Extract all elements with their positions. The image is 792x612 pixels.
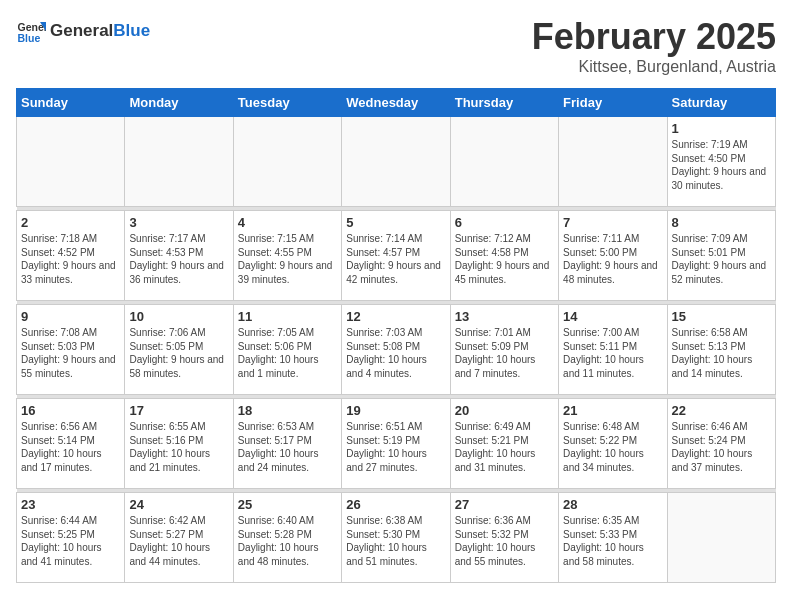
day-number: 26 <box>346 497 445 512</box>
page-header: General Blue GeneralBlue February 2025 K… <box>16 16 776 76</box>
header-friday: Friday <box>559 89 667 117</box>
calendar-cell: 6Sunrise: 7:12 AM Sunset: 4:58 PM Daylig… <box>450 211 558 301</box>
week-row-2: 9Sunrise: 7:08 AM Sunset: 5:03 PM Daylig… <box>17 305 776 395</box>
week-row-3: 16Sunrise: 6:56 AM Sunset: 5:14 PM Dayli… <box>17 399 776 489</box>
cell-info: Sunrise: 7:14 AM Sunset: 4:57 PM Dayligh… <box>346 232 445 286</box>
cell-info: Sunrise: 7:15 AM Sunset: 4:55 PM Dayligh… <box>238 232 337 286</box>
calendar-cell: 12Sunrise: 7:03 AM Sunset: 5:08 PM Dayli… <box>342 305 450 395</box>
calendar-cell: 24Sunrise: 6:42 AM Sunset: 5:27 PM Dayli… <box>125 493 233 583</box>
day-number: 7 <box>563 215 662 230</box>
cell-info: Sunrise: 6:56 AM Sunset: 5:14 PM Dayligh… <box>21 420 120 474</box>
cell-info: Sunrise: 6:48 AM Sunset: 5:22 PM Dayligh… <box>563 420 662 474</box>
cell-info: Sunrise: 6:36 AM Sunset: 5:32 PM Dayligh… <box>455 514 554 568</box>
week-row-1: 2Sunrise: 7:18 AM Sunset: 4:52 PM Daylig… <box>17 211 776 301</box>
day-number: 20 <box>455 403 554 418</box>
day-number: 15 <box>672 309 771 324</box>
day-number: 24 <box>129 497 228 512</box>
day-number: 9 <box>21 309 120 324</box>
calendar-cell: 1Sunrise: 7:19 AM Sunset: 4:50 PM Daylig… <box>667 117 775 207</box>
main-title: February 2025 <box>532 16 776 58</box>
cell-info: Sunrise: 6:40 AM Sunset: 5:28 PM Dayligh… <box>238 514 337 568</box>
calendar-cell: 5Sunrise: 7:14 AM Sunset: 4:57 PM Daylig… <box>342 211 450 301</box>
calendar-cell <box>667 493 775 583</box>
calendar-cell: 14Sunrise: 7:00 AM Sunset: 5:11 PM Dayli… <box>559 305 667 395</box>
cell-info: Sunrise: 6:42 AM Sunset: 5:27 PM Dayligh… <box>129 514 228 568</box>
header-tuesday: Tuesday <box>233 89 341 117</box>
calendar-cell: 11Sunrise: 7:05 AM Sunset: 5:06 PM Dayli… <box>233 305 341 395</box>
cell-info: Sunrise: 6:49 AM Sunset: 5:21 PM Dayligh… <box>455 420 554 474</box>
cell-info: Sunrise: 6:55 AM Sunset: 5:16 PM Dayligh… <box>129 420 228 474</box>
day-number: 12 <box>346 309 445 324</box>
day-number: 27 <box>455 497 554 512</box>
day-number: 17 <box>129 403 228 418</box>
week-row-4: 23Sunrise: 6:44 AM Sunset: 5:25 PM Dayli… <box>17 493 776 583</box>
calendar-cell: 8Sunrise: 7:09 AM Sunset: 5:01 PM Daylig… <box>667 211 775 301</box>
day-number: 25 <box>238 497 337 512</box>
calendar-cell <box>125 117 233 207</box>
calendar-cell: 21Sunrise: 6:48 AM Sunset: 5:22 PM Dayli… <box>559 399 667 489</box>
day-number: 8 <box>672 215 771 230</box>
calendar-cell: 13Sunrise: 7:01 AM Sunset: 5:09 PM Dayli… <box>450 305 558 395</box>
calendar-cell: 18Sunrise: 6:53 AM Sunset: 5:17 PM Dayli… <box>233 399 341 489</box>
svg-text:Blue: Blue <box>18 32 41 44</box>
title-section: February 2025 Kittsee, Burgenland, Austr… <box>532 16 776 76</box>
calendar-cell: 22Sunrise: 6:46 AM Sunset: 5:24 PM Dayli… <box>667 399 775 489</box>
cell-info: Sunrise: 7:03 AM Sunset: 5:08 PM Dayligh… <box>346 326 445 380</box>
day-number: 22 <box>672 403 771 418</box>
header-monday: Monday <box>125 89 233 117</box>
day-number: 2 <box>21 215 120 230</box>
day-number: 14 <box>563 309 662 324</box>
calendar-table: SundayMondayTuesdayWednesdayThursdayFrid… <box>16 88 776 583</box>
logo: General Blue GeneralBlue <box>16 16 150 46</box>
calendar-cell <box>559 117 667 207</box>
calendar-cell: 15Sunrise: 6:58 AM Sunset: 5:13 PM Dayli… <box>667 305 775 395</box>
subtitle: Kittsee, Burgenland, Austria <box>532 58 776 76</box>
day-number: 1 <box>672 121 771 136</box>
header-thursday: Thursday <box>450 89 558 117</box>
cell-info: Sunrise: 6:35 AM Sunset: 5:33 PM Dayligh… <box>563 514 662 568</box>
calendar-cell: 28Sunrise: 6:35 AM Sunset: 5:33 PM Dayli… <box>559 493 667 583</box>
calendar-cell <box>17 117 125 207</box>
cell-info: Sunrise: 6:38 AM Sunset: 5:30 PM Dayligh… <box>346 514 445 568</box>
calendar-cell: 26Sunrise: 6:38 AM Sunset: 5:30 PM Dayli… <box>342 493 450 583</box>
calendar-cell: 16Sunrise: 6:56 AM Sunset: 5:14 PM Dayli… <box>17 399 125 489</box>
cell-info: Sunrise: 7:01 AM Sunset: 5:09 PM Dayligh… <box>455 326 554 380</box>
calendar-cell: 19Sunrise: 6:51 AM Sunset: 5:19 PM Dayli… <box>342 399 450 489</box>
cell-info: Sunrise: 7:08 AM Sunset: 5:03 PM Dayligh… <box>21 326 120 380</box>
cell-info: Sunrise: 7:05 AM Sunset: 5:06 PM Dayligh… <box>238 326 337 380</box>
header-sunday: Sunday <box>17 89 125 117</box>
cell-info: Sunrise: 6:44 AM Sunset: 5:25 PM Dayligh… <box>21 514 120 568</box>
cell-info: Sunrise: 6:58 AM Sunset: 5:13 PM Dayligh… <box>672 326 771 380</box>
calendar-cell: 17Sunrise: 6:55 AM Sunset: 5:16 PM Dayli… <box>125 399 233 489</box>
calendar-cell <box>342 117 450 207</box>
day-number: 16 <box>21 403 120 418</box>
day-number: 19 <box>346 403 445 418</box>
header-row: SundayMondayTuesdayWednesdayThursdayFrid… <box>17 89 776 117</box>
cell-info: Sunrise: 6:46 AM Sunset: 5:24 PM Dayligh… <box>672 420 771 474</box>
calendar-cell: 4Sunrise: 7:15 AM Sunset: 4:55 PM Daylig… <box>233 211 341 301</box>
logo-icon: General Blue <box>16 16 46 46</box>
calendar-cell: 9Sunrise: 7:08 AM Sunset: 5:03 PM Daylig… <box>17 305 125 395</box>
calendar-cell: 25Sunrise: 6:40 AM Sunset: 5:28 PM Dayli… <box>233 493 341 583</box>
day-number: 11 <box>238 309 337 324</box>
cell-info: Sunrise: 7:09 AM Sunset: 5:01 PM Dayligh… <box>672 232 771 286</box>
cell-info: Sunrise: 7:19 AM Sunset: 4:50 PM Dayligh… <box>672 138 771 192</box>
cell-info: Sunrise: 7:17 AM Sunset: 4:53 PM Dayligh… <box>129 232 228 286</box>
day-number: 6 <box>455 215 554 230</box>
day-number: 4 <box>238 215 337 230</box>
calendar-cell: 20Sunrise: 6:49 AM Sunset: 5:21 PM Dayli… <box>450 399 558 489</box>
calendar-cell: 23Sunrise: 6:44 AM Sunset: 5:25 PM Dayli… <box>17 493 125 583</box>
day-number: 21 <box>563 403 662 418</box>
header-wednesday: Wednesday <box>342 89 450 117</box>
day-number: 18 <box>238 403 337 418</box>
cell-info: Sunrise: 7:11 AM Sunset: 5:00 PM Dayligh… <box>563 232 662 286</box>
cell-info: Sunrise: 6:53 AM Sunset: 5:17 PM Dayligh… <box>238 420 337 474</box>
cell-info: Sunrise: 7:06 AM Sunset: 5:05 PM Dayligh… <box>129 326 228 380</box>
week-row-0: 1Sunrise: 7:19 AM Sunset: 4:50 PM Daylig… <box>17 117 776 207</box>
cell-info: Sunrise: 7:00 AM Sunset: 5:11 PM Dayligh… <box>563 326 662 380</box>
calendar-cell: 7Sunrise: 7:11 AM Sunset: 5:00 PM Daylig… <box>559 211 667 301</box>
day-number: 28 <box>563 497 662 512</box>
day-number: 3 <box>129 215 228 230</box>
day-number: 10 <box>129 309 228 324</box>
calendar-cell: 10Sunrise: 7:06 AM Sunset: 5:05 PM Dayli… <box>125 305 233 395</box>
